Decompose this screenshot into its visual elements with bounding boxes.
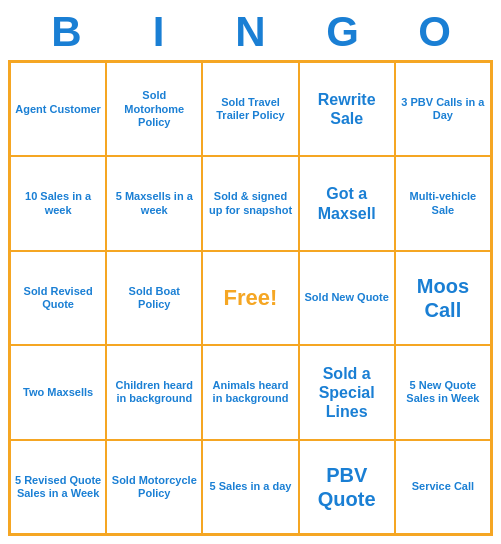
bingo-letter-i: I [113,8,205,56]
bingo-cell-0: Agent Customer [10,62,106,156]
bingo-cell-18: Sold a Special Lines [299,345,395,439]
bingo-cell-5: 10 Sales in a week [10,156,106,250]
bingo-cell-15: Two Maxsells [10,345,106,439]
bingo-cell-21: Sold Motorcycle Policy [106,440,202,534]
bingo-cell-24: Service Call [395,440,491,534]
bingo-cell-19: 5 New Quote Sales in Week [395,345,491,439]
bingo-cell-12: Free! [202,251,298,345]
bingo-cell-7: Sold & signed up for snapshot [202,156,298,250]
bingo-cell-10: Sold Revised Quote [10,251,106,345]
bingo-cell-23: PBV Quote [299,440,395,534]
bingo-cell-20: 5 Revised Quote Sales in a Week [10,440,106,534]
bingo-letter-n: N [205,8,297,56]
bingo-cell-6: 5 Maxsells in a week [106,156,202,250]
bingo-cell-22: 5 Sales in a day [202,440,298,534]
bingo-cell-17: Animals heard in background [202,345,298,439]
bingo-letter-o: O [389,8,481,56]
bingo-cell-16: Children heard in background [106,345,202,439]
bingo-grid: Agent CustomerSold Motorhome PolicySold … [8,60,493,536]
bingo-cell-4: 3 PBV Calls in a Day [395,62,491,156]
bingo-cell-3: Rewrite Sale [299,62,395,156]
bingo-letter-b: B [21,8,113,56]
bingo-cell-2: Sold Travel Trailer Policy [202,62,298,156]
bingo-letter-g: G [297,8,389,56]
bingo-cell-14: Moos Call [395,251,491,345]
bingo-cell-9: Multi-vehicle Sale [395,156,491,250]
bingo-cell-8: Got a Maxsell [299,156,395,250]
bingo-header: BINGO [8,8,493,56]
bingo-cell-13: Sold New Quote [299,251,395,345]
bingo-cell-11: Sold Boat Policy [106,251,202,345]
bingo-cell-1: Sold Motorhome Policy [106,62,202,156]
